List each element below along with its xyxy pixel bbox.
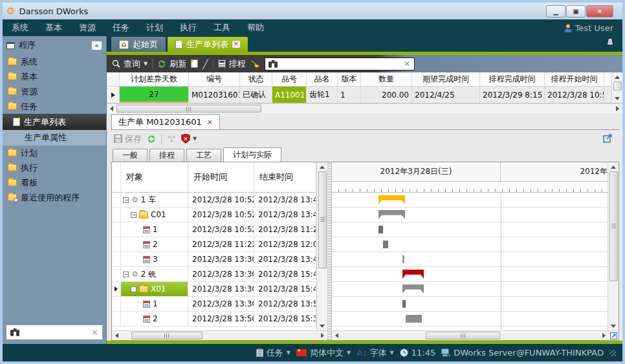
gantt-bar[interactable]: [406, 315, 422, 323]
menu-execute[interactable]: 执行: [180, 22, 197, 34]
cell-version[interactable]: 1: [338, 87, 361, 103]
save-button[interactable]: 保存: [114, 133, 142, 145]
gantt-bar[interactable]: [402, 300, 406, 308]
detail-tab-close-icon[interactable]: ✕: [207, 118, 213, 127]
sidebar-item-task[interactable]: 任务: [3, 99, 106, 114]
gantt-expand-button[interactable]: [609, 330, 619, 340]
tree-row-selected[interactable]: −X01 2012/3/28 13:30 2012/3/28 15:40: [112, 282, 316, 297]
grid-data-row[interactable]: 27 M012031601 已确认 A11001 齿轮1 1 200.00 20…: [107, 87, 611, 103]
collapse-icon[interactable]: −: [123, 272, 129, 277]
splitter-handle[interactable]: [327, 162, 332, 340]
cell-diff-days[interactable]: 27: [120, 87, 189, 103]
tab-production-order-list[interactable]: 生产单列表 ✕: [168, 37, 248, 52]
sidebar-item-resource[interactable]: 资源: [3, 84, 106, 99]
minimize-button[interactable]: ▁: [546, 5, 565, 17]
toolbar-filter-clear-icon[interactable]: ✕: [404, 59, 411, 69]
gantt-bar[interactable]: [402, 284, 424, 294]
collapse-icon[interactable]: −: [131, 212, 137, 218]
cell-item-name[interactable]: 齿轮1: [307, 87, 338, 103]
tree-col-start[interactable]: 开始时间: [188, 162, 254, 192]
tree-col-end[interactable]: 结束时间: [254, 162, 316, 192]
tree-row[interactable]: −⚙2 铣 2012/3/28 13:30 2012/3/28 15:40: [112, 267, 316, 282]
menu-resource[interactable]: 资源: [79, 22, 96, 34]
cell-item-no[interactable]: A11001: [272, 87, 307, 103]
menu-tools[interactable]: 工具: [214, 22, 230, 34]
tree-col-object[interactable]: 对象: [121, 162, 188, 192]
sidebar-item-kanban[interactable]: 看板: [3, 175, 106, 190]
menu-task[interactable]: 任务: [113, 22, 129, 34]
tree-row[interactable]: 2 2012/3/28 11:22 2012/3/28 12:00: [112, 237, 316, 252]
subtab-schedule[interactable]: 排程: [149, 149, 184, 162]
flow-view-button[interactable]: [167, 135, 176, 143]
cell-qty[interactable]: 200.00: [361, 87, 412, 103]
cell-number[interactable]: M012031601: [189, 87, 240, 103]
col-item-name[interactable]: 品名: [307, 72, 338, 86]
status-language-menu[interactable]: ★ 简体中文 ▼: [296, 347, 351, 359]
col-status[interactable]: 状态: [240, 72, 272, 86]
gantt-bar[interactable]: [378, 226, 383, 233]
detail-refresh-button[interactable]: [147, 134, 156, 144]
sidebar-item-execute[interactable]: 执行: [3, 160, 106, 175]
menu-basic[interactable]: 基本: [45, 22, 62, 34]
cancel-confirm-button[interactable]: ✕ ▼: [181, 134, 197, 144]
tree-row[interactable]: 1 2012/3/28 10:52 2012/3/28 11:22: [112, 222, 316, 237]
sidebar-item-plan[interactable]: 计划: [3, 145, 106, 160]
status-font-menu[interactable]: A: 字体 ▼: [356, 347, 394, 359]
detail-tab-production-order[interactable]: 生产单 M012031601 ✕: [111, 114, 220, 129]
gantt-bar[interactable]: [378, 210, 405, 219]
cell-expect-finish[interactable]: 2012/4/25: [412, 87, 480, 103]
col-sched-start[interactable]: 排程开始时间: [545, 72, 604, 86]
tree-vertical-scrollbar[interactable]: [316, 162, 327, 330]
tree-horizontal-scrollbar[interactable]: [112, 330, 327, 340]
tree-row[interactable]: 3 2012/3/28 13:30 2012/3/28 13:40: [112, 252, 316, 267]
clear-button[interactable]: [250, 59, 260, 69]
gantt-bar[interactable]: [383, 241, 388, 248]
schedule-button[interactable]: 排程: [218, 58, 246, 70]
col-diff-days[interactable]: 计划差异天数: [120, 72, 189, 86]
menu-system[interactable]: 系统: [12, 22, 28, 34]
sidebar-item-production-order-list[interactable]: 生产单列表: [3, 114, 106, 130]
close-button[interactable]: ✕: [586, 5, 613, 17]
pin-icon[interactable]: [606, 39, 615, 45]
query-button[interactable]: 查询 ▼: [112, 58, 148, 70]
new-button[interactable]: ✶: [191, 59, 198, 68]
tab-home[interactable]: ⌂ 起始页: [111, 37, 166, 52]
col-version[interactable]: 版本: [338, 72, 361, 86]
gantt-bar[interactable]: [402, 270, 424, 279]
grid-vertical-scrollbar[interactable]: [611, 72, 622, 103]
subtab-process[interactable]: 工艺: [186, 149, 221, 162]
current-user[interactable]: Test User: [564, 23, 613, 33]
tree-row[interactable]: −C01 2012/3/28 10:52 2012/3/28 13:40: [112, 208, 316, 222]
gantt-vertical-scrollbar[interactable]: [608, 162, 619, 330]
sidebar-search-clear-icon[interactable]: ✕: [91, 328, 98, 337]
cell-sched-finish[interactable]: 2012/3/29 8:15: [480, 87, 545, 103]
gantt-horizontal-scrollbar[interactable]: [332, 330, 609, 340]
sidebar-item-production-order-props[interactable]: 生产单属性: [3, 130, 106, 145]
grid-horizontal-scrollbar[interactable]: [107, 103, 622, 113]
menu-plan[interactable]: 计划: [146, 22, 163, 34]
open-external-button[interactable]: [603, 133, 613, 145]
col-item-no[interactable]: 品号: [272, 72, 307, 86]
tab-close-icon[interactable]: ✕: [232, 41, 240, 48]
gantt-bar[interactable]: [378, 195, 405, 204]
sidebar-item-recent-programs[interactable]: 最近使用的程序: [3, 190, 106, 205]
sidebar-collapse-button[interactable]: «: [91, 41, 102, 50]
resize-grip[interactable]: [609, 350, 616, 356]
collapse-icon[interactable]: −: [123, 197, 129, 203]
gantt-bar[interactable]: [402, 255, 404, 263]
edit-button[interactable]: ╱: [203, 59, 208, 69]
toolbar-filter-input[interactable]: [281, 59, 400, 69]
tree-row[interactable]: 2 2012/3/28 13:50 2012/3/28 15:30: [112, 312, 316, 327]
col-expect-finish[interactable]: 期望完成时间: [412, 72, 480, 86]
sidebar-item-system[interactable]: 系统: [3, 54, 106, 69]
cell-sched-start[interactable]: 2012/3/28 10:52: [545, 87, 604, 103]
tree-row[interactable]: −⚙1 车 2012/3/28 10:52 2012/3/28 13:40: [112, 193, 316, 208]
col-sched-finish[interactable]: 排程完成时间: [480, 72, 545, 86]
sidebar-item-basic[interactable]: 基本: [3, 69, 106, 84]
subtab-plan-vs-actual[interactable]: 计划与实际: [223, 147, 281, 162]
maximize-button[interactable]: ▣: [566, 5, 586, 17]
col-qty[interactable]: 数量: [361, 72, 412, 86]
status-task-menu[interactable]: 任务 ▼: [256, 347, 291, 359]
collapse-icon[interactable]: −: [131, 286, 137, 292]
menu-help[interactable]: 帮助: [247, 22, 264, 34]
